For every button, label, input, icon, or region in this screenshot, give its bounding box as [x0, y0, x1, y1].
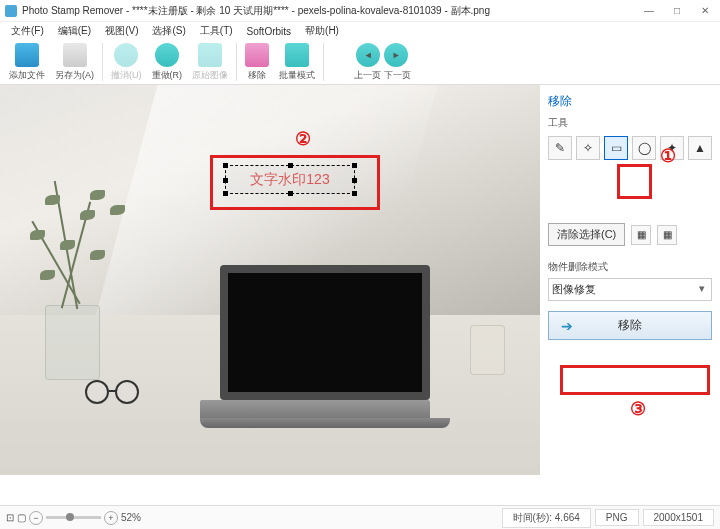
laptop-prop — [210, 265, 440, 425]
remove-button[interactable]: ➔ 移除 — [548, 311, 712, 340]
eraser-icon — [245, 43, 269, 67]
zoom-value: 52% — [121, 512, 141, 523]
mode-select[interactable]: 图像修复 — [548, 278, 712, 301]
handle-tm[interactable] — [288, 163, 293, 168]
redo-button[interactable]: 重做(R) — [148, 43, 187, 82]
stamp-tool[interactable]: ▲ — [688, 136, 712, 160]
separator — [236, 43, 237, 81]
saveas-button[interactable]: 另存为(A) — [51, 43, 98, 82]
addfile-button[interactable]: 添加文件 — [5, 43, 49, 82]
selection-marquee[interactable]: 文字水印123 — [225, 165, 355, 194]
clear-selection-button[interactable]: 清除选择(C) — [548, 223, 625, 246]
maximize-button[interactable]: □ — [667, 5, 687, 16]
plant-prop — [0, 180, 170, 380]
annotation-num-1: ① — [660, 145, 676, 167]
handle-tr[interactable] — [352, 163, 357, 168]
tools-label: 工具 — [548, 116, 712, 130]
handle-br[interactable] — [352, 191, 357, 196]
statusbar: ⊡ ▢ − + 52% 时间(秒): 4.664 PNG 2000x1501 — [0, 505, 720, 529]
fit-icon[interactable]: ⊡ — [6, 512, 14, 523]
prev-icon: ◄ — [356, 43, 380, 67]
actual-icon[interactable]: ▢ — [17, 512, 26, 523]
undo-button[interactable]: 撤消(U) — [107, 43, 146, 82]
marker-tool[interactable]: ✎ — [548, 136, 572, 160]
load-sel-button[interactable]: ▦ — [631, 225, 651, 245]
handle-ml[interactable] — [223, 178, 228, 183]
redo-icon — [155, 43, 179, 67]
prev-button[interactable]: ◄►上一页 下一页 — [350, 43, 415, 82]
annotation-num-2: ② — [295, 128, 311, 150]
toolbar: 添加文件 另存为(A) 撤消(U) 重做(R) 原始图像 移除 批量模式 ◄►上… — [0, 40, 720, 85]
handle-bl[interactable] — [223, 191, 228, 196]
annotation-num-3: ③ — [630, 398, 646, 420]
menubar: 文件(F) 编辑(E) 视图(V) 选择(S) 工具(T) SoftOrbits… — [0, 22, 720, 40]
next-icon: ► — [384, 43, 408, 67]
titlebar: Photo Stamp Remover - ****未注册版 - 剩余 10 天… — [0, 0, 720, 22]
menu-softorbits[interactable]: SoftOrbits — [241, 26, 297, 37]
undo-icon — [114, 43, 138, 67]
minimize-button[interactable]: — — [639, 5, 659, 16]
close-button[interactable]: ✕ — [695, 5, 715, 16]
menu-help[interactable]: 帮助(H) — [299, 24, 345, 38]
menu-edit[interactable]: 编辑(E) — [52, 24, 97, 38]
window-controls: — □ ✕ — [639, 5, 715, 16]
photo-preview: 文字水印123 — [0, 85, 540, 475]
canvas[interactable]: 文字水印123 — [0, 85, 540, 475]
mode-label: 物件删除模式 — [548, 260, 712, 274]
menu-view[interactable]: 视图(V) — [99, 24, 144, 38]
original-button[interactable]: 原始图像 — [188, 43, 232, 82]
handle-mr[interactable] — [352, 178, 357, 183]
batch-button[interactable]: 批量模式 — [275, 43, 319, 82]
lasso-tool[interactable]: ◯ — [632, 136, 656, 160]
app-icon — [5, 5, 17, 17]
folder-icon — [15, 43, 39, 67]
separator — [323, 43, 324, 81]
status-format: PNG — [595, 509, 639, 526]
wand-tool[interactable]: ✧ — [576, 136, 600, 160]
zoom-control: ⊡ ▢ − + 52% — [6, 511, 141, 525]
glasses-prop — [85, 380, 150, 405]
selection-tools: ✎ ✧ ▭ ◯ ✦ ▲ — [548, 136, 712, 160]
arrow-right-icon: ➔ — [561, 318, 573, 334]
candle-prop — [470, 325, 505, 375]
zoom-out-button[interactable]: − — [29, 511, 43, 525]
menu-select[interactable]: 选择(S) — [146, 24, 191, 38]
save-icon — [63, 43, 87, 67]
watermark-text: 文字水印123 — [250, 171, 329, 189]
title-text: Photo Stamp Remover - ****未注册版 - 剩余 10 天… — [22, 4, 639, 18]
status-time: 时间(秒): 4.664 — [502, 508, 591, 528]
separator — [102, 43, 103, 81]
menu-tools[interactable]: 工具(T) — [194, 24, 239, 38]
handle-bm[interactable] — [288, 191, 293, 196]
batch-icon — [285, 43, 309, 67]
status-dimensions: 2000x1501 — [643, 509, 715, 526]
menu-file[interactable]: 文件(F) — [5, 24, 50, 38]
original-icon — [198, 43, 222, 67]
zoom-thumb[interactable] — [66, 513, 74, 521]
zoom-slider[interactable] — [46, 516, 101, 519]
rect-tool[interactable]: ▭ — [604, 136, 628, 160]
panel-title: 移除 — [548, 93, 712, 110]
main-area: 文字水印123 移除 工具 ✎ ✧ ▭ ◯ ✦ ▲ 清除选择(C) — [0, 85, 720, 475]
remove-tool-button[interactable]: 移除 — [241, 43, 273, 82]
zoom-in-button[interactable]: + — [104, 511, 118, 525]
save-sel-button[interactable]: ▦ — [657, 225, 677, 245]
handle-tl[interactable] — [223, 163, 228, 168]
